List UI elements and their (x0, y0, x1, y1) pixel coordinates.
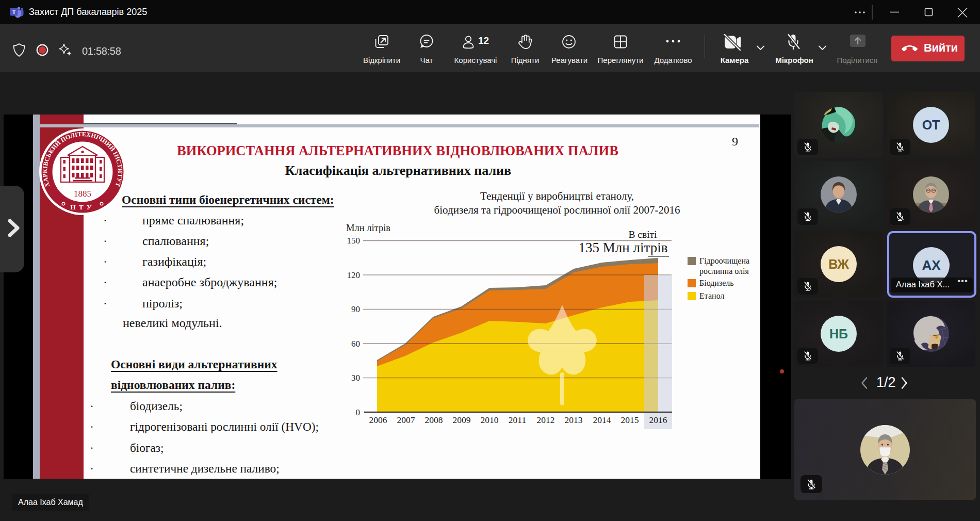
svg-text:В світі: В світі (628, 229, 657, 240)
svg-text:1885: 1885 (74, 189, 91, 199)
svg-text:2012: 2012 (537, 415, 555, 425)
svg-text:Млн літрів: Млн літрів (346, 223, 390, 233)
svg-text:Гідроочищена: Гідроочищена (699, 256, 749, 266)
svg-text:рослинна олія: рослинна олія (699, 267, 749, 276)
svg-text:Біодизель: Біодизель (699, 279, 734, 288)
svg-text:0: 0 (356, 408, 361, 417)
svg-text:60: 60 (351, 339, 360, 349)
svg-text:120: 120 (347, 270, 361, 280)
svg-text:2007: 2007 (397, 415, 415, 425)
svg-text:2011: 2011 (509, 415, 526, 425)
svg-text:150: 150 (347, 236, 361, 246)
svg-text:2014: 2014 (593, 415, 611, 425)
svg-text:135 Млн літрів: 135 Млн літрів (579, 240, 668, 255)
svg-text:2015: 2015 (621, 415, 639, 425)
svg-text:90: 90 (351, 304, 360, 314)
svg-text:2009: 2009 (453, 415, 471, 425)
svg-text:2008: 2008 (425, 415, 443, 425)
svg-text:2013: 2013 (565, 415, 583, 425)
svg-text:Етанол: Етанол (699, 291, 724, 300)
svg-text:2006: 2006 (369, 415, 387, 425)
svg-text:2010: 2010 (481, 415, 499, 425)
svg-text:T: T (12, 9, 16, 15)
svg-text:2016: 2016 (649, 415, 667, 425)
svg-text:НТУ: НТУ (70, 203, 94, 211)
svg-text:30: 30 (351, 373, 360, 383)
